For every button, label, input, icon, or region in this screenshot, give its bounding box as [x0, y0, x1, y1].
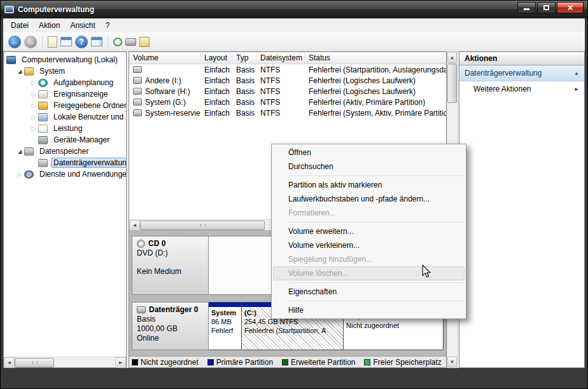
partition-status: Fehlerf: [211, 326, 239, 335]
tree-expander-icon[interactable]: ◢: [15, 149, 24, 154]
tree-expander-icon[interactable]: ◢: [15, 69, 24, 74]
column-header-dateisystem[interactable]: Dateisystem: [256, 52, 305, 64]
disk0-card[interactable]: Datenträger 0 Basis 1000,00 GB Online: [132, 302, 209, 350]
context-menu-item-laufwerkbuchstaben-und-pfade-ndern[interactable]: Laufwerkbuchstaben und -pfade ändern...: [273, 192, 465, 206]
volume-typ: Basis: [232, 109, 256, 118]
column-header-status[interactable]: Status: [305, 52, 446, 64]
volume-cell: Andere (I:): [129, 76, 200, 85]
context-menu-item-ffnen[interactable]: Öffnen: [273, 146, 465, 160]
tree-item-leistung[interactable]: ▷Leistung: [4, 123, 126, 134]
volume-row[interactable]: Andere (I:)EinfachBasisNTFSFehlerfrei (L…: [129, 75, 446, 86]
disk0-type: Basis: [137, 315, 204, 324]
refresh-icon[interactable]: [113, 38, 122, 46]
partition-name: System: [211, 308, 239, 317]
context-menu-item-durchsuchen[interactable]: Durchsuchen: [273, 160, 465, 174]
tree-item-aufgabenplanung[interactable]: ▷Aufgabenplanung: [4, 77, 126, 88]
context-menu-item-partition-als-aktiv-markieren[interactable]: Partition als aktiv markieren: [273, 178, 465, 192]
tree-item-ereignisanzeige[interactable]: ▷Ereignisanzeige: [4, 88, 126, 100]
window-title: Computerverwaltung: [18, 5, 94, 14]
tree-expander-icon[interactable]: ▷: [29, 102, 38, 109]
volume-typ: Basis: [232, 87, 256, 96]
actions-panel: Aktionen Datenträgerverwaltung ▲ Weitere…: [459, 51, 585, 368]
actions-group-disk-management[interactable]: Datenträgerverwaltung ▲: [459, 65, 584, 81]
column-header-layout[interactable]: Layout: [200, 52, 232, 64]
more-actions[interactable]: Weitere Aktionen ►: [459, 81, 584, 97]
maximize-icon: [543, 5, 549, 10]
partition-system[interactable]: System86 MBFehlerf: [209, 302, 242, 350]
legend-bar: Nicht zugeordnetPrimäre PartitionErweite…: [129, 356, 446, 367]
properties-icon[interactable]: [139, 37, 150, 47]
tree-expander-icon[interactable]: ▷: [29, 91, 38, 97]
scroll-down-icon[interactable]: ▼: [447, 357, 457, 367]
scroll-left-icon[interactable]: ◄: [129, 220, 140, 231]
tree-item-computerverwaltung-lokal[interactable]: Computerverwaltung (Lokal): [4, 54, 126, 65]
context-menu-item-eigenschaften[interactable]: Eigenschaften: [273, 285, 465, 299]
scroll-right-icon[interactable]: ►: [115, 357, 126, 368]
column-header-volume[interactable]: Volume: [129, 52, 200, 64]
window-controls: ×: [517, 2, 584, 13]
partition-status: Fehlerfrei (Startpartition, A: [244, 326, 340, 335]
tree-expander-icon[interactable]: ▷: [29, 114, 38, 120]
menubar-item-aktion[interactable]: Aktion: [34, 19, 65, 32]
help-icon[interactable]: ?: [75, 36, 88, 48]
column-header-typ[interactable]: Typ: [232, 52, 256, 64]
volume-row[interactable]: System (G:)EinfachBasisNTFSFehlerfrei (A…: [129, 97, 446, 107]
scroll-up-icon[interactable]: ▲: [447, 52, 457, 63]
tree-item-datenspeicher[interactable]: ◢Datenspeicher: [4, 146, 126, 157]
tree-horizontal-scrollbar[interactable]: ◄ ►: [4, 357, 126, 367]
scrollbar-thumb[interactable]: [447, 64, 457, 103]
volume-icon: [133, 88, 142, 95]
scroll-left-icon[interactable]: ◄: [4, 357, 15, 368]
cd-icon: [137, 240, 145, 248]
volume-row[interactable]: EinfachBasisNTFSFehlerfrei (Startpartiti…: [129, 64, 446, 75]
actions-pane-icon[interactable]: [91, 37, 102, 46]
tree-item-lokale-benutzer-und-gr[interactable]: ▷Lokale Benutzer und Gr: [4, 111, 126, 123]
tree-item-label: Ereignisanzeige: [51, 89, 110, 99]
volume-cell: Software (H:): [129, 87, 200, 96]
minimize-button[interactable]: [517, 2, 536, 13]
volume-name: Software (H:): [145, 87, 190, 96]
context-menu-item-volume-verkleinern[interactable]: Volume verkleinern...: [273, 238, 465, 252]
tree-expander-icon[interactable]: ▷: [29, 79, 38, 86]
actions-header: Aktionen: [459, 52, 584, 65]
tree-item-ger-te-manager[interactable]: Geräte-Manager: [4, 134, 126, 146]
menubar: DateiAktionAnsicht?: [3, 18, 585, 32]
scrollbar-thumb[interactable]: [140, 221, 265, 230]
scrollbar-thumb[interactable]: [15, 358, 54, 367]
legend-color-swatch: [132, 359, 138, 365]
export-list-icon[interactable]: [48, 36, 57, 48]
tree-expander-icon[interactable]: ▷: [15, 171, 24, 177]
context-menu-item-hilfe[interactable]: Hilfe: [273, 303, 465, 317]
legend-item: Primäre Partition: [207, 358, 273, 367]
volume-row[interactable]: System-reserviertEinfachBasisNTFSFehlerf…: [129, 107, 446, 118]
volume-layout: Einfach: [200, 76, 232, 85]
titlebar[interactable]: Computerverwaltung ×: [1, 1, 587, 18]
maximize-button[interactable]: [537, 2, 556, 13]
forward-icon[interactable]: →: [24, 36, 37, 48]
event-viewer-icon: [38, 90, 48, 99]
tree-item-system[interactable]: ◢System: [4, 65, 126, 77]
volume-status: Fehlerfrei (Logisches Laufwerk): [305, 76, 446, 85]
cd-drive-card[interactable]: CD 0 DVD (D:) Kein Medium: [132, 236, 209, 295]
menubar-item-ansicht[interactable]: Ansicht: [65, 19, 100, 32]
more-actions-label: Weitere Aktionen: [473, 85, 531, 93]
volume-cell: [129, 66, 200, 73]
console-tree-icon[interactable]: [60, 37, 72, 46]
collapse-chevron-icon[interactable]: ▲: [574, 71, 579, 76]
disk-list-icon[interactable]: [125, 38, 136, 46]
volume-row[interactable]: Software (H:)EinfachBasisNTFSFehlerfrei …: [129, 86, 446, 97]
menubar-item-help[interactable]: ?: [101, 19, 115, 32]
legend-label: Erweiterte Partition: [291, 358, 355, 367]
tree-item-freigegebene-ordner[interactable]: ▷Freigegebene Ordner: [4, 100, 126, 111]
volume-name: System-reserviert: [145, 109, 200, 118]
context-menu-item-volume-erweitern[interactable]: Volume erweitern...: [273, 224, 465, 238]
tree-expander-icon[interactable]: ▷: [29, 125, 38, 132]
volume-status: Fehlerfrei (Startpartition, Auslagerungs…: [305, 65, 446, 74]
back-icon[interactable]: ←: [8, 36, 21, 48]
volume-typ: Basis: [232, 98, 256, 107]
tree-item-datentr-gerverwaltung[interactable]: Datenträgerverwaltung: [4, 157, 126, 168]
close-button[interactable]: ×: [557, 2, 584, 13]
menubar-item-datei[interactable]: Datei: [6, 19, 34, 32]
menu-separator: [288, 301, 463, 301]
tree-item-dienste-und-anwendungen[interactable]: ▷Dienste und Anwendungen: [4, 168, 126, 180]
